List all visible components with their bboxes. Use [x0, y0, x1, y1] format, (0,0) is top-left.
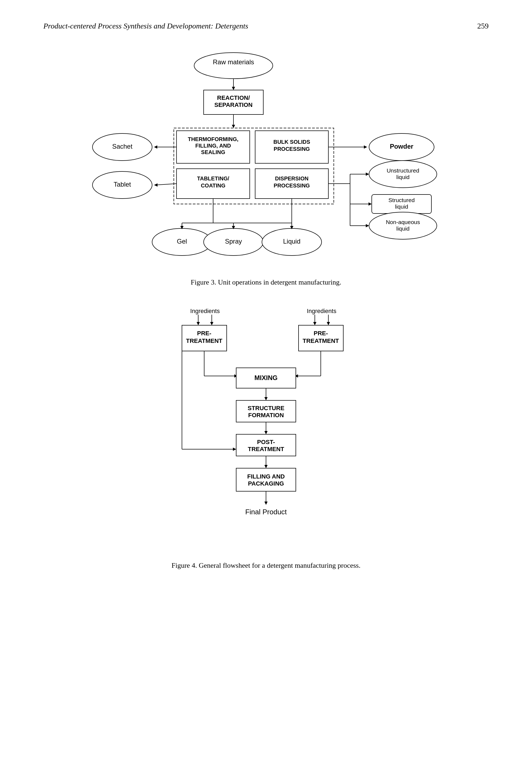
svg-text:FILLING AND: FILLING AND [247, 473, 285, 480]
svg-marker-80 [313, 322, 316, 325]
figure4-diagram: Ingredients PRE- TREATMENT Ingredients [144, 303, 388, 553]
svg-marker-82 [327, 322, 330, 325]
figure3-diagram: Raw materials REACTION/ SEPARATION THERM… [90, 47, 442, 270]
svg-text:liquid: liquid [395, 203, 408, 210]
svg-text:Unstructured: Unstructured [387, 167, 419, 174]
svg-marker-100 [264, 431, 268, 434]
svg-marker-72 [197, 322, 200, 325]
svg-text:Raw materials: Raw materials [213, 58, 254, 66]
svg-marker-95 [264, 397, 268, 401]
page-number: 259 [477, 22, 489, 30]
svg-text:liquid: liquid [396, 174, 409, 180]
svg-marker-26 [154, 145, 157, 149]
svg-text:TREATMENT: TREATMENT [186, 337, 223, 344]
svg-marker-34 [364, 145, 367, 149]
svg-marker-74 [210, 322, 213, 325]
svg-marker-8 [232, 125, 235, 128]
svg-text:Ingredients: Ingredients [190, 307, 220, 314]
figure4-caption-text: Figure 4. General flowsheet for a deterg… [172, 562, 361, 569]
svg-text:MIXING: MIXING [254, 374, 277, 381]
svg-text:REACTION/: REACTION/ [217, 94, 250, 101]
svg-text:THERMOFORMING,: THERMOFORMING, [188, 136, 239, 142]
figure4-svg: Ingredients PRE- TREATMENT Ingredients [144, 303, 388, 552]
svg-marker-63 [368, 202, 372, 206]
svg-text:Non-aqueous: Non-aqueous [386, 219, 420, 225]
figure3-svg: Raw materials REACTION/ SEPARATION THERM… [90, 47, 442, 269]
svg-text:PRE-: PRE- [197, 330, 211, 336]
page-header: Product-centered Process Synthesis and D… [43, 22, 489, 30]
svg-text:POST-: POST- [257, 439, 275, 446]
svg-text:PROCESSING: PROCESSING [274, 182, 310, 188]
page: Product-centered Process Synthesis and D… [0, 0, 532, 772]
svg-text:PROCESSING: PROCESSING [274, 146, 310, 152]
svg-text:TABLETING/: TABLETING/ [197, 175, 229, 181]
svg-marker-65 [366, 224, 369, 227]
figure3-caption: Figure 3. Unit operations in detergent m… [191, 278, 341, 286]
header-title: Product-centered Process Synthesis and D… [43, 22, 248, 30]
svg-text:STRUCTURE: STRUCTURE [248, 405, 284, 412]
svg-text:Powder: Powder [390, 143, 414, 150]
svg-marker-108 [264, 465, 268, 468]
svg-text:FILLING, AND: FILLING, AND [195, 143, 231, 149]
svg-text:SEALING: SEALING [201, 149, 225, 155]
svg-marker-113 [264, 502, 268, 505]
figure4-caption: Figure 4. General flowsheet for a deterg… [172, 562, 361, 570]
svg-text:Tablet: Tablet [114, 181, 131, 188]
svg-text:Spray: Spray [225, 238, 242, 245]
svg-text:BULK SOLIDS: BULK SOLIDS [273, 139, 310, 145]
svg-text:PRE-: PRE- [314, 330, 328, 336]
svg-text:Liquid: Liquid [283, 238, 300, 245]
svg-line-29 [155, 184, 177, 185]
svg-point-0 [194, 53, 273, 79]
svg-text:Ingredients: Ingredients [307, 307, 336, 314]
svg-text:liquid: liquid [396, 225, 409, 232]
svg-text:Final Product: Final Product [245, 508, 287, 516]
svg-text:Structured: Structured [389, 197, 415, 203]
svg-text:SEPARATION: SEPARATION [214, 101, 253, 108]
svg-text:Sachet: Sachet [112, 143, 133, 150]
figure4-container: Ingredients PRE- TREATMENT Ingredients [43, 303, 489, 570]
svg-text:TREATMENT: TREATMENT [303, 337, 339, 344]
svg-marker-103 [233, 448, 236, 451]
svg-text:DISPERSION: DISPERSION [275, 175, 308, 181]
svg-text:COATING: COATING [201, 182, 226, 188]
svg-marker-30 [154, 183, 158, 187]
svg-text:PACKAGING: PACKAGING [248, 480, 284, 487]
svg-marker-3 [232, 87, 235, 90]
svg-text:TREATMENT: TREATMENT [248, 446, 284, 453]
svg-text:FORMATION: FORMATION [248, 412, 284, 419]
figure3-container: Raw materials REACTION/ SEPARATION THERM… [43, 47, 489, 286]
svg-marker-61 [366, 172, 369, 176]
figure3-caption-text: Figure 3. Unit operations in detergent m… [191, 278, 341, 286]
svg-text:Gel: Gel [177, 238, 187, 245]
